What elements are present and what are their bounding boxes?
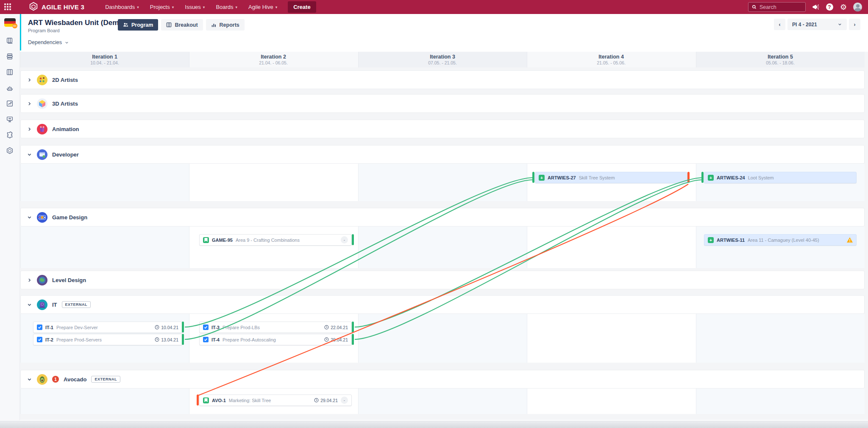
menu-agile-hive[interactable]: Agile Hive▾ <box>248 4 277 10</box>
stack-icon[interactable] <box>6 52 14 61</box>
settings-gear-icon[interactable]: ⚙ <box>839 3 848 11</box>
pi-selector[interactable]: PI 4 - 2021 <box>787 19 847 30</box>
issue-summary: Marketing: Skill Tree <box>229 398 271 403</box>
pi-next-button[interactable]: › <box>849 19 860 30</box>
issue-card-it-4[interactable]: IT-4 Prepare Prod-Autoscaling 29.04.21 <box>199 334 352 345</box>
chevron-down-icon <box>64 40 69 45</box>
agile-hive-logo[interactable] <box>29 2 38 13</box>
app-title: AGILE HIVE 3 <box>42 3 84 11</box>
team-name: Animation <box>52 126 79 132</box>
menu-boards[interactable]: Boards▾ <box>216 4 237 10</box>
columns-icon[interactable] <box>6 68 14 76</box>
issue-card-artwies-24[interactable]: + ARTWIES-24 Loot System <box>704 172 857 183</box>
story-issue-icon <box>203 397 209 403</box>
dependency-connector-green[interactable] <box>352 322 354 333</box>
help-icon[interactable]: ? <box>825 3 834 11</box>
dependency-connector-red[interactable] <box>687 172 690 183</box>
chevron-down-icon[interactable] <box>26 302 32 308</box>
issue-card-it-2[interactable]: IT-2 Prepare Prod-Servers 13.04.21 <box>33 334 182 345</box>
bottom-scroll-strip[interactable] <box>0 421 868 428</box>
issue-card-it-1[interactable]: IT-1 Prepare Dev-Server 10.04.21 <box>33 322 182 333</box>
chevron-down-icon: ▾ <box>275 5 278 9</box>
presentation-icon[interactable] <box>6 115 14 123</box>
clock-icon <box>324 325 329 330</box>
dependency-connector-green[interactable] <box>182 322 184 333</box>
team-name: Level Design <box>52 277 86 283</box>
team-avatar <box>37 75 47 85</box>
dependency-connector-green[interactable] <box>532 172 534 183</box>
chevron-right-icon[interactable] <box>26 101 32 106</box>
issue-summary: Prepare Dev-Server <box>56 325 98 330</box>
issue-card-avo-1[interactable]: AVO-1 Marketing: Skill Tree 29.04.21 - <box>199 394 352 406</box>
team-avatar <box>37 124 47 134</box>
clock-icon <box>324 337 329 342</box>
chevron-down-icon: ▾ <box>203 5 205 9</box>
app-switcher-icon[interactable] <box>4 3 12 11</box>
checkbox-checked-icon[interactable] <box>37 337 42 342</box>
chevron-down-icon[interactable] <box>26 376 32 382</box>
team-row-avocado[interactable]: 1 Avocado EXTERNAL <box>20 370 865 389</box>
chevron-right-icon[interactable] <box>26 277 32 283</box>
issue-card-artwies-11[interactable]: + ARTWIES-11 Area 11 - Camaguey (Level 4… <box>704 234 857 246</box>
unassigned-avatar[interactable]: - <box>341 236 348 243</box>
chevron-right-icon[interactable] <box>26 126 32 132</box>
search-box[interactable] <box>748 2 806 12</box>
dependency-connector-green[interactable] <box>352 234 354 245</box>
search-icon <box>752 4 757 10</box>
iteration-header-row: Iteration 110.04. - 21.04. Iteration 221… <box>20 52 865 67</box>
user-avatar[interactable] <box>853 3 862 11</box>
clock-icon <box>314 398 319 403</box>
create-button[interactable]: Create <box>288 1 316 13</box>
team-name: IT <box>52 302 57 308</box>
dependency-connector-green[interactable] <box>352 334 354 345</box>
team-row-3d-artists[interactable]: 3D Artists <box>20 94 865 113</box>
tab-reports[interactable]: Reports <box>206 19 245 31</box>
chevron-down-icon[interactable] <box>26 151 32 157</box>
dependency-connector-green[interactable] <box>701 172 704 183</box>
issue-card-it-3[interactable]: IT-3 Prepare Prod-LBs 22.04.21 <box>199 322 352 333</box>
project-avatar-german-flag[interactable]: </> <box>4 18 16 27</box>
menu-dashboards[interactable]: Dashboards▾ <box>105 4 139 10</box>
chevron-down-icon: ▾ <box>137 5 139 9</box>
megaphone-icon[interactable] <box>811 3 820 11</box>
external-badge: EXTERNAL <box>62 301 91 308</box>
chevron-down-icon[interactable] <box>26 214 32 220</box>
search-input[interactable] <box>760 4 802 10</box>
team-avatar <box>37 299 47 310</box>
issue-key: IT-4 <box>211 337 220 342</box>
team-row-developer[interactable]: Developer <box>20 145 865 164</box>
checkbox-checked-icon[interactable] <box>203 337 209 342</box>
issue-summary: Area 11 - Camaguey (Level 40-45) <box>748 238 819 243</box>
due-date: 10.04.21 <box>155 325 178 330</box>
team-row-animation[interactable]: Animation <box>20 120 865 138</box>
menu-projects[interactable]: Projects▾ <box>150 4 174 10</box>
chart-icon[interactable] <box>6 99 14 108</box>
unassigned-avatar[interactable]: - <box>341 397 348 404</box>
team-row-level-design[interactable]: Level Design <box>20 271 865 289</box>
feature-issue-icon: + <box>708 175 714 181</box>
iteration-column-header: Iteration 505.06. - 18.06. <box>696 52 865 67</box>
puzzle-icon[interactable] <box>6 131 14 139</box>
board-icon[interactable] <box>6 36 14 45</box>
lane-avocado <box>20 389 865 414</box>
team-avatar <box>37 98 47 109</box>
ship-icon[interactable] <box>6 84 14 92</box>
team-row-2d-artists[interactable]: 2D Artists <box>20 70 865 89</box>
checkbox-checked-icon[interactable] <box>37 324 42 330</box>
dependencies-dropdown[interactable]: Dependencies <box>28 39 69 45</box>
warning-icon[interactable] <box>847 237 853 243</box>
team-row-it[interactable]: IT EXTERNAL <box>20 295 865 314</box>
checkbox-checked-icon[interactable] <box>203 324 209 330</box>
pi-prev-button[interactable]: ‹ <box>774 19 785 30</box>
team-row-game-design[interactable]: Game Design <box>20 208 865 227</box>
issue-card-game-95[interactable]: GAME-95 Area 9 - Crafting Combinations - <box>199 234 352 246</box>
chevron-right-icon[interactable] <box>26 77 32 83</box>
hive-icon[interactable] <box>6 146 14 155</box>
tab-breakout[interactable]: Breakout <box>161 19 203 31</box>
tab-program[interactable]: Program <box>118 19 158 31</box>
dependency-connector-green[interactable] <box>182 334 184 345</box>
dependency-connector-red[interactable] <box>197 394 199 406</box>
error-count-badge[interactable]: 1 <box>52 376 59 383</box>
menu-issues[interactable]: Issues▾ <box>185 4 205 10</box>
issue-card-artwies-27[interactable]: + ARTWIES-27 Skill Tree System <box>535 172 687 183</box>
